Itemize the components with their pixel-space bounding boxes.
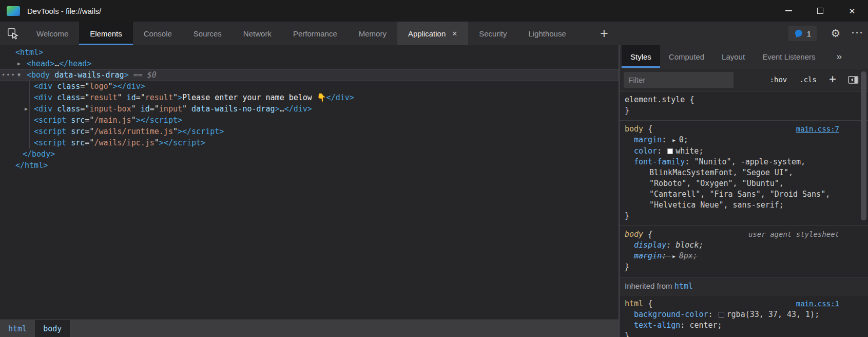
close-brace: } — [625, 211, 839, 221]
dom-tree-row[interactable]: •••▼<body data-wails-drag> == $0 — [0, 69, 619, 81]
color-swatch[interactable] — [719, 312, 724, 317]
close-tab-icon[interactable]: ✕ — [452, 30, 457, 38]
dom-tree-row[interactable]: <div class="result" id="result">Please e… — [0, 92, 619, 103]
property-name: display — [634, 240, 666, 250]
styles-rules-list: element.style {}body {main.css:7margin: … — [620, 91, 868, 337]
devtools-toolbar: WelcomeElementsConsoleSourcesNetworkPerf… — [0, 22, 868, 45]
property-value: block — [676, 240, 699, 250]
css-property[interactable]: text-align: center; — [634, 320, 839, 331]
property-value: "Nunito", -apple-system, — [694, 157, 805, 166]
css-property[interactable]: color: white; — [634, 146, 839, 157]
tab-performance[interactable]: Performance — [282, 22, 348, 45]
minimize-button[interactable] — [773, 0, 804, 22]
inspect-element-button[interactable] — [0, 22, 26, 45]
tab-welcome[interactable]: Welcome — [26, 22, 79, 45]
sidebar-tab-event-listeners[interactable]: Event Listeners — [754, 45, 824, 68]
semicolon: ; — [693, 251, 698, 260]
css-property[interactable]: margin: ▶0; — [634, 135, 839, 146]
sidebar-tab-layout[interactable]: Layout — [713, 45, 754, 68]
code-token-tag: > — [136, 116, 141, 125]
filter-buttons: :hov .cls + — [765, 72, 861, 87]
css-property[interactable]: background-color: rgba(33, 37, 43, 1); — [634, 309, 839, 320]
window-controls: ✕ — [773, 0, 868, 22]
code-token-tag: <div — [34, 93, 52, 102]
code-token-str: /wails/ipc.js — [94, 138, 154, 147]
rule-selector[interactable]: body — [625, 230, 643, 239]
twisty-collapsed-icon[interactable]: ▶ — [25, 103, 28, 115]
panel-toggle-button[interactable] — [844, 76, 861, 84]
maximize-icon — [817, 8, 823, 14]
rule-selector-row: body {main.css:7 — [625, 124, 839, 135]
dom-tree-row[interactable]: </html> — [0, 160, 619, 171]
filter-input[interactable] — [624, 72, 734, 88]
more-tabs-chevron-icon[interactable]: » — [832, 51, 847, 62]
panel-tab-strip: WelcomeElementsConsoleSourcesNetworkPerf… — [26, 22, 577, 45]
expand-value-icon[interactable]: ▶ — [672, 138, 675, 143]
close-button[interactable]: ✕ — [836, 0, 868, 22]
tab-lighthouse[interactable]: Lighthouse — [517, 22, 576, 45]
dom-tree-row[interactable]: <script src="/wails/runtime.js"></script… — [0, 126, 619, 137]
property-value: 8px — [679, 251, 693, 260]
code-token-str: logo — [89, 82, 108, 91]
dom-tree-row[interactable]: <script src="/main.js"></script> — [0, 115, 619, 126]
stylesheet-link[interactable]: main.css:1 — [796, 299, 839, 308]
code-token-punct: " — [118, 93, 122, 102]
tab-elements[interactable]: Elements — [79, 22, 133, 45]
twisty-expanded-icon[interactable]: ▼ — [17, 69, 21, 81]
row-menu-dots-icon[interactable]: ••• — [2, 69, 16, 81]
color-swatch[interactable] — [667, 148, 673, 154]
tab-label: Lighthouse — [528, 29, 566, 38]
dom-tree-row[interactable]: ▶<head>…</head> — [0, 58, 619, 69]
dom-tree-row[interactable]: </body> — [0, 148, 619, 160]
gear-icon: ⚙ — [831, 27, 841, 40]
rule-selector[interactable]: html — [625, 299, 643, 308]
sidebar-tab-styles[interactable]: Styles — [622, 45, 660, 68]
tab-sources[interactable]: Sources — [183, 22, 233, 45]
code-token-attr: data-wails-no-drag — [187, 104, 275, 114]
sidebar-tab-computed[interactable]: Computed — [660, 45, 713, 68]
code-token-punct: =" — [80, 104, 89, 114]
rule-source: user agent stylesheet — [748, 229, 839, 240]
tab-security[interactable]: Security — [468, 22, 517, 45]
pseudo-state-button[interactable]: :hov — [765, 76, 792, 84]
rule-selector-row: body {user agent stylesheet — [625, 229, 839, 240]
twisty-collapsed-icon[interactable]: ▶ — [17, 58, 21, 69]
css-property[interactable]: display: block; — [634, 240, 839, 251]
expand-value-icon[interactable]: ▶ — [672, 254, 675, 259]
css-property[interactable]: margin: ▶8px; — [634, 251, 839, 262]
tab-console[interactable]: Console — [133, 22, 183, 45]
code-token-text: Please enter your name below 👇 — [182, 93, 326, 102]
code-token-punct: =" — [80, 82, 89, 91]
code-token-tag: <html> — [15, 48, 43, 57]
dom-tree-row[interactable]: <html> — [0, 47, 619, 58]
tab-memory[interactable]: Memory — [348, 22, 397, 45]
style-rule: body {main.css:7margin: ▶0;color: white;… — [620, 121, 868, 226]
dom-tree-row[interactable]: <script src="/wails/ipc.js"></script> — [0, 137, 619, 148]
close-brace: } — [625, 331, 839, 337]
issues-button[interactable]: 1 — [788, 26, 817, 41]
inherited-from-link[interactable]: html — [674, 282, 693, 291]
stylesheet-link[interactable]: main.css:7 — [796, 125, 839, 133]
dom-tree-row[interactable]: <div class="logo"></div> — [0, 81, 619, 92]
more-options-button[interactable]: ⋯ — [846, 22, 868, 45]
breadcrumb-item-body[interactable]: body — [35, 320, 70, 337]
dom-tree-row[interactable]: ▶<div class="input-box" id="input" data-… — [0, 103, 619, 115]
tab-network[interactable]: Network — [233, 22, 282, 45]
class-toggle-button[interactable]: .cls — [795, 76, 821, 84]
settings-button[interactable]: ⚙ — [825, 22, 846, 45]
new-style-rule-button[interactable]: + — [824, 72, 841, 86]
code-token-punct: =" — [85, 138, 94, 147]
rule-selector[interactable]: element.style — [625, 95, 685, 104]
rule-selector-row: element.style { — [625, 95, 839, 105]
add-tab-button[interactable]: + — [591, 22, 617, 45]
rule-selector[interactable]: body — [625, 124, 643, 134]
dom-tree: <html>▶<head>…</head>•••▼<body data-wail… — [0, 45, 619, 320]
style-rule: element.style {} — [620, 91, 868, 121]
styles-scrollbar-thumb[interactable] — [861, 71, 866, 220]
css-property[interactable]: font-family: "Nunito", -apple-system, — [634, 157, 839, 167]
code-token-str: input-box — [89, 104, 131, 114]
tab-application[interactable]: Application✕ — [397, 22, 468, 45]
code-token-tag: > — [178, 127, 182, 136]
maximize-button[interactable] — [804, 0, 836, 22]
breadcrumb-item-html[interactable]: html — [0, 320, 35, 337]
